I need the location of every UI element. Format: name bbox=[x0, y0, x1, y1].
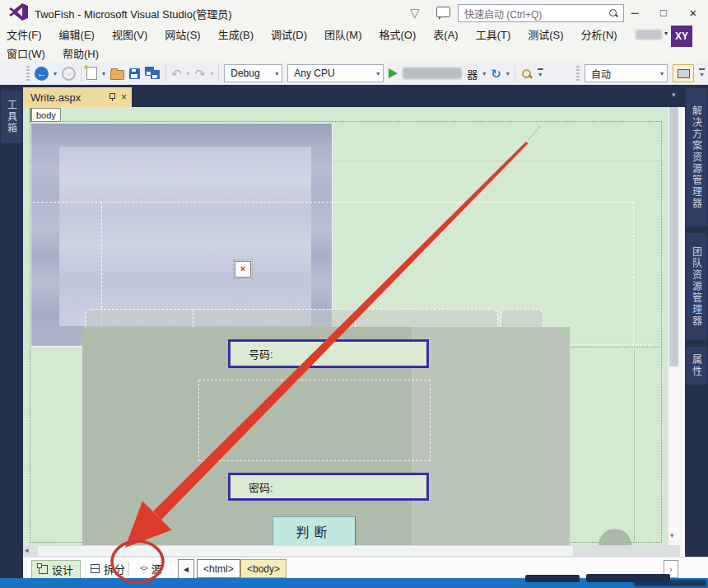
tag-nav-html[interactable]: <html> bbox=[197, 559, 240, 578]
redo-chevron-down-icon[interactable]: ▾ bbox=[210, 70, 213, 77]
split-view-icon bbox=[91, 564, 100, 573]
toolbar-formatting-group: 自动 ▾ ▾ bbox=[576, 64, 705, 82]
menu-item-edit[interactable]: 编辑(E) bbox=[59, 26, 95, 42]
vertical-scrollbar[interactable]: ▾ bbox=[668, 107, 685, 545]
table-cell-band bbox=[85, 309, 498, 328]
save-all-icon[interactable] bbox=[145, 67, 161, 80]
scroll-left-icon[interactable]: ◂ bbox=[25, 546, 29, 554]
password-field-label: 密码: bbox=[249, 479, 273, 495]
visual-studio-window: TwoFish - Microsoft Visual Studio(管理员) ▽… bbox=[0, 0, 708, 588]
new-item-icon[interactable] bbox=[86, 67, 97, 80]
title-bar: TwoFish - Microsoft Visual Studio(管理员) ▽… bbox=[0, 0, 708, 25]
account-chevron-down-icon[interactable]: ▾ bbox=[664, 30, 668, 37]
password-field[interactable]: 密码: bbox=[228, 473, 429, 501]
watermark-blob bbox=[525, 575, 580, 582]
menu-item-view[interactable]: 视图(V) bbox=[112, 26, 147, 42]
view-tab-design[interactable]: 设计 bbox=[31, 560, 81, 579]
open-file-icon[interactable] bbox=[110, 70, 124, 80]
sidebar-tab-solution-explorer[interactable]: 解决方案资源管理器 bbox=[686, 88, 707, 226]
broken-image-icon[interactable]: × bbox=[235, 261, 251, 278]
navigate-back-button[interactable]: ← bbox=[35, 67, 49, 81]
toolbar-grip[interactable] bbox=[576, 66, 580, 81]
window-title: TwoFish - Microsoft Visual Studio(管理员) bbox=[35, 6, 232, 21]
refresh-icon[interactable]: ↻ bbox=[491, 68, 501, 80]
find-in-files-icon[interactable] bbox=[520, 68, 533, 80]
toolbar-overflow-button[interactable]: ▾ bbox=[699, 68, 705, 78]
menu-item-file[interactable]: 文件(F) bbox=[7, 26, 42, 42]
document-tab-write-aspx[interactable]: Write.aspx × bbox=[23, 87, 132, 107]
menu-item-help[interactable]: 帮助(H) bbox=[63, 45, 99, 61]
menu-item-debug[interactable]: 调试(D) bbox=[271, 26, 307, 42]
navigate-forward-button[interactable]: → bbox=[62, 67, 76, 81]
sidebar-tab-team-explorer[interactable]: 团队资源管理器 bbox=[686, 233, 707, 340]
menu-item-analyze[interactable]: 分析(N) bbox=[581, 26, 617, 42]
menu-item-tools[interactable]: 工具(T) bbox=[476, 26, 511, 42]
target-rule-value: 自动 bbox=[591, 67, 655, 81]
tab-close-icon[interactable]: × bbox=[121, 92, 127, 102]
minimize-button[interactable]: ─ bbox=[622, 0, 648, 25]
judge-button-label: 判断 bbox=[296, 521, 332, 541]
chevron-down-icon: ▾ bbox=[660, 70, 664, 77]
undo-chevron-down-icon[interactable]: ▾ bbox=[187, 70, 190, 77]
menu-item-table[interactable]: 表(A) bbox=[433, 26, 458, 42]
send-feedback-icon[interactable] bbox=[436, 7, 450, 17]
horizontal-scrollbar-thumb[interactable] bbox=[38, 546, 573, 556]
quick-launch-search[interactable]: 快速启动 (Ctrl+Q) bbox=[458, 4, 624, 22]
feedback-funnel-icon[interactable]: ▽ bbox=[410, 6, 420, 21]
selection-dashed-line bbox=[33, 202, 634, 203]
navigate-back-chevron-down-icon[interactable]: ▾ bbox=[54, 70, 57, 77]
horizontal-scrollbar[interactable]: ◂ bbox=[23, 545, 680, 557]
design-tab-label: 设计 bbox=[52, 562, 73, 577]
menu-bar-row1: 文件(F) 编辑(E) 视图(V) 网站(S) 生成(B) 调试(D) 团队(M… bbox=[0, 25, 708, 44]
menu-item-team[interactable]: 团队(M) bbox=[324, 26, 362, 42]
solution-platform-dropdown[interactable]: Any CPU ▾ bbox=[287, 64, 384, 82]
chevron-down-icon: ▾ bbox=[700, 71, 703, 78]
refresh-chevron-down-icon[interactable]: ▾ bbox=[506, 70, 510, 77]
menu-item-build[interactable]: 生成(B) bbox=[218, 26, 254, 42]
menu-item-website[interactable]: 网站(S) bbox=[165, 26, 200, 42]
style-box-icon bbox=[678, 69, 690, 78]
menu-item-window[interactable]: 窗口(W) bbox=[7, 45, 45, 61]
design-surface[interactable]: × 号码: 密码: 判断 body bbox=[23, 107, 668, 545]
maximize-button[interactable]: □ bbox=[650, 0, 677, 25]
design-view-icon bbox=[39, 565, 48, 574]
sidebar-tab-properties[interactable]: 属性 bbox=[686, 347, 707, 385]
tab-list-chevron-down-icon[interactable]: ▾ bbox=[672, 91, 676, 99]
scroll-down-icon[interactable]: ▾ bbox=[670, 531, 674, 539]
target-rule-dropdown[interactable]: 自动 ▾ bbox=[585, 64, 668, 82]
vertical-scrollbar-thumb[interactable] bbox=[669, 107, 678, 366]
solution-platform-value: Any CPU bbox=[294, 68, 371, 79]
new-item-chevron-down-icon[interactable]: ▾ bbox=[102, 70, 105, 77]
body-tag-label: <body> bbox=[247, 563, 280, 575]
tag-nav-body[interactable]: <body> bbox=[240, 559, 286, 578]
visual-studio-logo-icon bbox=[9, 3, 29, 21]
table-dotted-border bbox=[634, 350, 635, 542]
menu-item-test[interactable]: 测试(S) bbox=[528, 26, 563, 42]
view-tab-split[interactable]: 拆分 bbox=[84, 560, 132, 577]
sidebar-tab-toolbox[interactable]: 工具箱 bbox=[1, 91, 22, 143]
style-application-toggle-button[interactable] bbox=[673, 64, 694, 82]
solution-configuration-value: Debug bbox=[231, 68, 270, 79]
html-tag-label: <html> bbox=[203, 563, 234, 575]
source-tab-label: 源 bbox=[151, 561, 162, 576]
solution-configuration-dropdown[interactable]: Debug ▾ bbox=[224, 64, 282, 82]
toolbar-grip[interactable] bbox=[26, 66, 30, 81]
judge-button[interactable]: 判断 bbox=[272, 516, 356, 545]
body-quick-tag[interactable]: body bbox=[30, 108, 61, 122]
split-tab-label: 拆分 bbox=[104, 561, 125, 576]
pin-icon[interactable] bbox=[109, 93, 115, 101]
browser-chevron-down-icon[interactable]: ▾ bbox=[482, 70, 486, 77]
save-icon[interactable] bbox=[129, 68, 140, 79]
watermark-text-blurred bbox=[634, 580, 706, 586]
toolbar-overflow-button[interactable]: ▾ bbox=[538, 68, 543, 78]
close-button[interactable]: × bbox=[680, 0, 706, 25]
number-field[interactable]: 号码: bbox=[228, 339, 429, 368]
tag-nav-left-button[interactable]: ◀ bbox=[178, 559, 194, 579]
undo-icon[interactable]: ↶ bbox=[171, 68, 182, 80]
toolbar-separator bbox=[218, 65, 219, 82]
view-tab-source[interactable]: <> 源 bbox=[133, 560, 169, 577]
start-debugging-icon[interactable] bbox=[389, 68, 398, 78]
redo-icon[interactable]: ↷ bbox=[195, 68, 206, 80]
empty-panel-outline bbox=[198, 380, 431, 461]
menu-item-format[interactable]: 格式(O) bbox=[380, 26, 417, 42]
